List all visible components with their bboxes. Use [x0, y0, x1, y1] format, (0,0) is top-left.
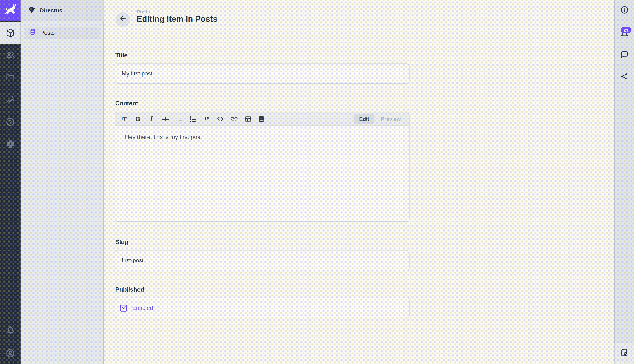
editor-tabs: Edit Preview [354, 114, 409, 124]
published-checkbox[interactable] [120, 304, 127, 312]
slug-input[interactable] [115, 250, 409, 270]
page-title: Editing Item in Posts [137, 14, 218, 24]
share-icon [620, 72, 629, 82]
title-field [115, 64, 409, 84]
tab-preview[interactable]: Preview [376, 116, 406, 122]
strikethrough-icon[interactable]: T [159, 114, 172, 124]
comments-button[interactable] [619, 50, 629, 60]
module-help[interactable]: ? [0, 111, 21, 133]
users-icon [5, 50, 15, 60]
module-bar-bottom [0, 319, 21, 364]
flows-log-button[interactable] [615, 342, 634, 364]
project-name: Directus [40, 7, 62, 14]
slug-field-label: Slug [115, 238, 128, 245]
heading-icon[interactable]: tT [117, 114, 131, 124]
bold-icon[interactable]: B [131, 114, 145, 124]
module-user-directory[interactable] [0, 44, 21, 66]
module-bar: ? [0, 0, 21, 364]
title-field-label: Title [115, 52, 128, 58]
code-icon[interactable] [214, 114, 227, 124]
project-chooser[interactable]: Directus [21, 0, 104, 21]
slug-field [115, 250, 409, 270]
info-icon [620, 5, 629, 16]
published-field-label: Published [115, 286, 144, 293]
comments-icon [620, 50, 629, 61]
blockquote-icon[interactable] [200, 114, 214, 124]
share-button[interactable] [619, 72, 629, 82]
module-content[interactable] [0, 22, 21, 44]
account-button[interactable] [0, 342, 21, 364]
right-sidebar: 23 [615, 0, 634, 364]
content-field-label: Content [115, 100, 138, 107]
content-field: tT B I T 1 2 3 [115, 112, 409, 222]
link-icon[interactable] [227, 114, 241, 124]
bullet-list-icon[interactable] [172, 114, 186, 124]
directus-app: ? [0, 0, 634, 364]
directus-logo[interactable] [0, 0, 21, 21]
back-button[interactable] [116, 12, 130, 26]
content-editor[interactable]: Hey there, this is my first post [115, 126, 409, 148]
checkbox-check-icon [121, 304, 126, 312]
table-icon[interactable] [241, 114, 255, 124]
ordered-list-icon[interactable]: 1 2 3 [186, 114, 200, 124]
image-icon[interactable] [255, 114, 268, 124]
nav-item-label: Posts [40, 30, 55, 36]
account-icon [5, 348, 15, 358]
published-field: Enabled [115, 298, 409, 318]
project-diamond-icon [28, 6, 36, 15]
tab-edit[interactable]: Edit [354, 114, 374, 124]
help-icon: ? [5, 117, 15, 127]
nav-item-posts[interactable]: Posts [25, 26, 100, 39]
gear-icon [5, 139, 15, 149]
info-button[interactable] [619, 6, 629, 15]
svg-text:?: ? [9, 119, 12, 125]
svg-text:3: 3 [190, 120, 191, 123]
module-file-library[interactable] [0, 66, 21, 88]
nav-sidebar: Directus Posts [21, 0, 104, 364]
notifications-button[interactable] [0, 319, 21, 342]
module-insights[interactable] [0, 88, 21, 111]
revisions-badge: 23 [620, 26, 631, 33]
published-checkbox-label[interactable]: Enabled [132, 305, 153, 311]
arrow-left-icon [119, 14, 127, 24]
bell-icon [6, 326, 15, 335]
italic-icon[interactable]: I [145, 114, 159, 124]
breadcrumb[interactable]: Posts [137, 9, 150, 14]
pending-actions-icon [619, 348, 629, 359]
insights-icon [5, 95, 15, 105]
rabbit-logo-icon [3, 3, 17, 17]
markdown-toolbar: tT B I T 1 2 3 [115, 112, 409, 126]
folder-icon [5, 72, 15, 82]
box-icon [5, 28, 15, 38]
title-input[interactable] [115, 64, 409, 83]
main-content: Posts Editing Item in Posts [104, 0, 614, 364]
module-settings[interactable] [0, 133, 21, 155]
database-icon [29, 28, 36, 37]
